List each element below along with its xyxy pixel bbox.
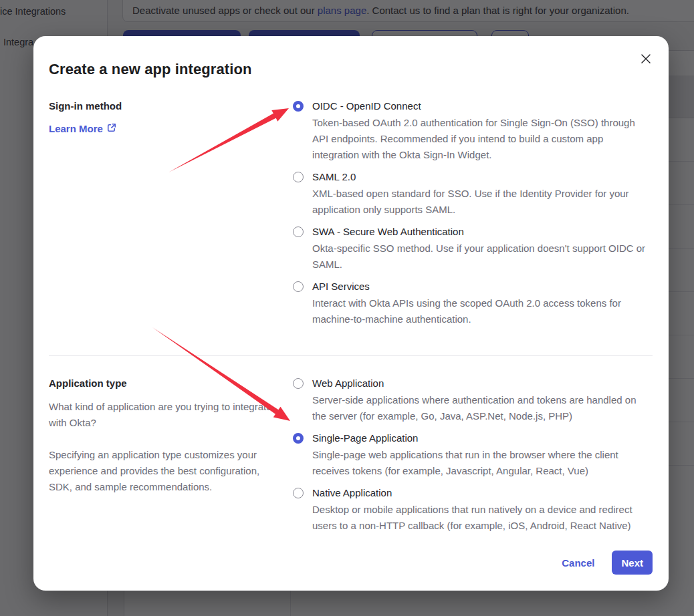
radio-single-page-application-selected[interactable] bbox=[293, 433, 304, 444]
create-app-integration-dialog: Create a new app integration Sign-in met… bbox=[33, 36, 669, 591]
cancel-button[interactable]: Cancel bbox=[562, 557, 594, 569]
application-type-question: What kind of application are you trying … bbox=[49, 399, 283, 431]
application-type-section: Application type What kind of applicatio… bbox=[49, 376, 653, 541]
radio-oidc-selected[interactable] bbox=[293, 101, 304, 112]
sign-in-method-label: Sign-in method bbox=[49, 99, 283, 114]
application-type-help: Specifying an application type customize… bbox=[49, 447, 283, 495]
external-link-icon bbox=[107, 123, 116, 134]
sign-in-method-section: Sign-in method Learn More OIDC - OpenID … bbox=[49, 99, 653, 334]
radio-option-web-application[interactable]: Web Application Server-side applications… bbox=[293, 376, 653, 424]
radio-option-api-services[interactable]: API Services Interact with Okta APIs usi… bbox=[293, 279, 653, 327]
radio-option-swa[interactable]: SWA - Secure Web Authentication Okta-spe… bbox=[293, 224, 653, 273]
radio-saml[interactable] bbox=[293, 172, 304, 182]
next-button[interactable]: Next bbox=[612, 551, 653, 575]
section-divider bbox=[49, 355, 653, 356]
radio-swa[interactable] bbox=[293, 226, 304, 237]
radio-option-single-page-application[interactable]: Single-Page Application Single-page web … bbox=[293, 431, 653, 479]
close-icon[interactable] bbox=[635, 48, 657, 69]
radio-option-saml[interactable]: SAML 2.0 XML-based open standard for SSO… bbox=[293, 170, 653, 218]
dialog-footer: Cancel Next bbox=[49, 551, 653, 575]
radio-option-oidc[interactable]: OIDC - OpenID Connect Token-based OAuth … bbox=[293, 99, 653, 163]
application-type-label: Application type bbox=[49, 376, 283, 391]
radio-option-native-application[interactable]: Native Application Desktop or mobile app… bbox=[293, 486, 653, 534]
radio-api-services[interactable] bbox=[293, 281, 304, 292]
radio-native-application[interactable] bbox=[293, 488, 304, 498]
learn-more-link[interactable]: Learn More bbox=[49, 123, 116, 134]
radio-web-application[interactable] bbox=[293, 378, 304, 389]
dialog-title: Create a new app integration bbox=[49, 60, 653, 79]
